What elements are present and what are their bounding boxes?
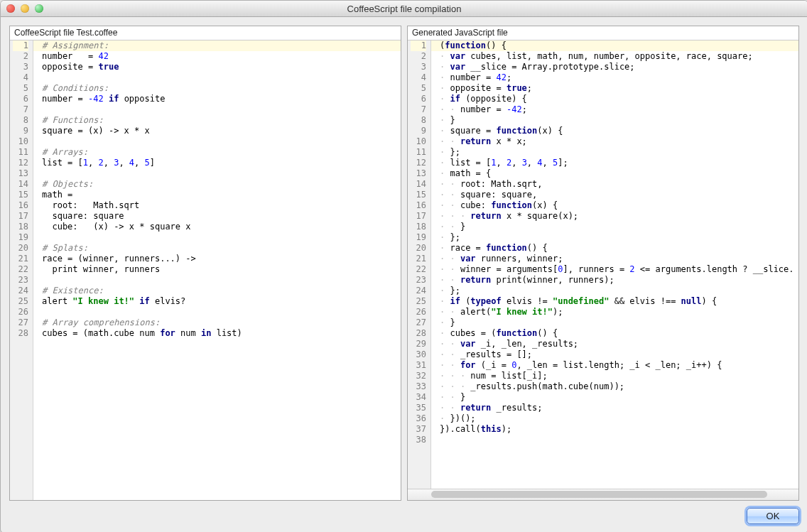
window-title: CoffeeScript file compilation: [1, 4, 807, 14]
code-line[interactable]: · · number = -42;: [431, 104, 798, 115]
code-line[interactable]: [33, 136, 401, 147]
left-editor[interactable]: 1234567891011121314151617181920212223242…: [10, 40, 401, 500]
gutter-line: 8: [411, 115, 426, 126]
code-line[interactable]: · if (typeof elvis != "undefined" && elv…: [431, 296, 798, 307]
gutter-line: 12: [13, 158, 28, 168]
gutter-line: 20: [411, 243, 426, 254]
gutter-line: 2: [411, 51, 426, 62]
code-line[interactable]: [33, 275, 401, 286]
code-line[interactable]: · · }: [431, 392, 798, 403]
code-line[interactable]: · race = function() {: [431, 243, 798, 254]
code-line[interactable]: # Array comprehensions:: [33, 317, 401, 328]
code-line[interactable]: · · var runners, winner;: [431, 254, 798, 264]
titlebar: CoffeeScript file compilation: [1, 1, 807, 17]
code-line[interactable]: · · winner = arguments[0], runners = 2 <…: [431, 264, 798, 275]
code-line[interactable]: · · · _results.push(math.cube(num));: [431, 381, 798, 392]
code-line[interactable]: # Splats:: [33, 243, 401, 254]
code-line[interactable]: # Assignment:: [33, 40, 401, 51]
code-line[interactable]: · · · return x * square(x);: [431, 211, 798, 222]
code-line[interactable]: root: Math.sqrt: [33, 200, 401, 211]
code-line[interactable]: math =: [33, 190, 401, 200]
code-line[interactable]: · list = [1, 2, 3, 4, 5];: [431, 158, 798, 168]
code-line[interactable]: }).call(this);: [431, 424, 798, 435]
code-line[interactable]: · · square: square,: [431, 190, 798, 200]
code-line[interactable]: · var __slice = Array.prototype.slice;: [431, 62, 798, 72]
code-line[interactable]: · var cubes, list, math, num, number, op…: [431, 51, 798, 62]
gutter-line: 14: [411, 179, 426, 190]
right-gutter: 1234567891011121314151617181920212223242…: [408, 40, 431, 489]
left-code[interactable]: # Assignment:number = 42opposite = true#…: [33, 40, 401, 500]
gutter-line: 35: [411, 403, 426, 413]
gutter-line: 23: [13, 275, 28, 286]
code-line[interactable]: · · cube: function(x) {: [431, 200, 798, 211]
code-line[interactable]: · };: [431, 286, 798, 296]
gutter-line: 11: [411, 147, 426, 158]
gutter-line: 30: [411, 349, 426, 360]
code-line[interactable]: # Functions:: [33, 115, 401, 126]
code-line[interactable]: · · return print(winner, runners);: [431, 275, 798, 286]
code-line[interactable]: · };: [431, 147, 798, 158]
right-editor[interactable]: 1234567891011121314151617181920212223242…: [408, 40, 798, 489]
gutter-line: 36: [411, 413, 426, 424]
code-line[interactable]: cube: (x) -> x * square x: [33, 222, 401, 232]
gutter-line: 12: [411, 158, 426, 168]
gutter-line: 14: [13, 179, 28, 190]
code-line[interactable]: # Existence:: [33, 286, 401, 296]
split-panes: CoffeeScript file Test.coffee 1234567891…: [9, 26, 799, 501]
code-line[interactable]: · · root: Math.sqrt,: [431, 179, 798, 190]
code-line[interactable]: number = -42 if opposite: [33, 94, 401, 104]
code-line[interactable]: # Objects:: [33, 179, 401, 190]
gutter-line: 6: [411, 94, 426, 104]
code-line[interactable]: · }: [431, 115, 798, 126]
gutter-line: 33: [411, 381, 426, 392]
code-line[interactable]: · · _results = [];: [431, 349, 798, 360]
zoom-icon[interactable]: [35, 4, 43, 13]
code-line[interactable]: · }: [431, 317, 798, 328]
gutter-line: 11: [13, 147, 28, 158]
minimize-icon[interactable]: [21, 4, 29, 13]
code-line[interactable]: square = (x) -> x * x: [33, 126, 401, 136]
code-line[interactable]: · · for (_i = 0, _len = list.length; _i …: [431, 360, 798, 371]
close-icon[interactable]: [6, 4, 15, 13]
code-line[interactable]: · · return x * x;: [431, 136, 798, 147]
code-line[interactable]: [33, 168, 401, 179]
code-line[interactable]: · cubes = (function() {: [431, 328, 798, 339]
gutter-line: 34: [411, 392, 426, 403]
code-line[interactable]: [431, 435, 798, 445]
horizontal-scrollbar[interactable]: [408, 489, 798, 500]
gutter-line: 9: [13, 126, 28, 136]
code-line[interactable]: · · }: [431, 222, 798, 232]
right-code[interactable]: (function() {· var cubes, list, math, nu…: [431, 40, 798, 489]
code-line[interactable]: # Arrays:: [33, 147, 401, 158]
code-line[interactable]: · if (opposite) {: [431, 94, 798, 104]
gutter-line: 7: [411, 104, 426, 115]
code-line[interactable]: · · alert("I knew it!");: [431, 307, 798, 317]
gutter-line: 26: [13, 307, 28, 317]
code-line[interactable]: [33, 104, 401, 115]
code-line[interactable]: · · · num = list[_i];: [431, 371, 798, 381]
code-line[interactable]: · math = {: [431, 168, 798, 179]
code-line[interactable]: number = 42: [33, 51, 401, 62]
code-line[interactable]: alert "I knew it!" if elvis?: [33, 296, 401, 307]
code-line[interactable]: print winner, runners: [33, 264, 401, 275]
gutter-line: 28: [411, 328, 426, 339]
code-line[interactable]: · number = 42;: [431, 72, 798, 83]
code-line[interactable]: · square = function(x) {: [431, 126, 798, 136]
code-line[interactable]: · };: [431, 232, 798, 243]
code-line[interactable]: [33, 72, 401, 83]
ok-button[interactable]: OK: [747, 508, 799, 524]
code-line[interactable]: # Conditions:: [33, 83, 401, 94]
code-line[interactable]: · · var _i, _len, _results;: [431, 339, 798, 349]
code-line[interactable]: square: square: [33, 211, 401, 222]
code-line[interactable]: opposite = true: [33, 62, 401, 72]
scrollbar-thumb[interactable]: [431, 491, 767, 498]
code-line[interactable]: [33, 232, 401, 243]
code-line[interactable]: [33, 307, 401, 317]
code-line[interactable]: (function() {: [431, 40, 798, 51]
code-line[interactable]: cubes = (math.cube num for num in list): [33, 328, 401, 339]
code-line[interactable]: list = [1, 2, 3, 4, 5]: [33, 158, 401, 168]
code-line[interactable]: · opposite = true;: [431, 83, 798, 94]
code-line[interactable]: · })();: [431, 413, 798, 424]
code-line[interactable]: race = (winner, runners...) ->: [33, 254, 401, 264]
code-line[interactable]: · · return _results;: [431, 403, 798, 413]
